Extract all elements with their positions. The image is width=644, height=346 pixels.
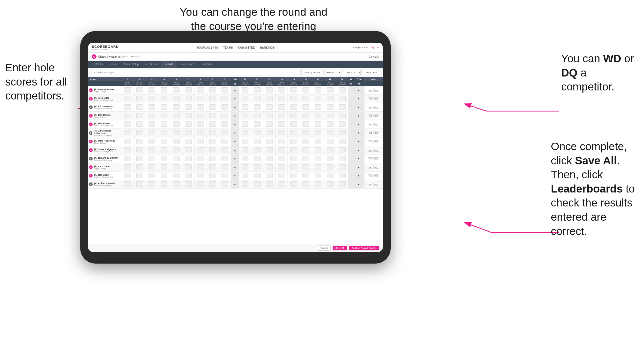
score-h13-player-11[interactable] <box>275 180 287 189</box>
score-h4-player-1[interactable] <box>158 95 170 103</box>
score-h12-player-2[interactable] <box>263 103 276 112</box>
score-h10-player-1[interactable] <box>239 95 251 103</box>
score-h10-player-0[interactable] <box>239 86 251 95</box>
score-h2-player-4[interactable] <box>134 120 146 129</box>
score-h12-player-7[interactable] <box>263 146 276 155</box>
score-h17-player-6[interactable] <box>324 137 336 146</box>
score-h6-player-0[interactable] <box>182 86 195 95</box>
dq-button-6[interactable]: DQ <box>374 140 380 143</box>
score-h14-player-7[interactable] <box>287 146 300 155</box>
score-h16-player-7[interactable] <box>312 146 324 155</box>
score-h10-player-3[interactable] <box>239 112 251 120</box>
score-h9-player-11[interactable] <box>219 180 231 189</box>
score-h2-player-7[interactable] <box>134 146 146 155</box>
score-h18-player-11[interactable] <box>336 180 348 189</box>
score-h15-player-5[interactable] <box>300 129 312 137</box>
score-h10-player-8[interactable] <box>239 155 251 163</box>
score-h5-player-8[interactable] <box>170 155 182 163</box>
score-h9-player-10[interactable] <box>219 172 231 180</box>
score-h13-player-9[interactable] <box>275 163 287 172</box>
score-h1-player-10[interactable] <box>122 172 134 180</box>
score-h12-player-8[interactable] <box>263 155 276 163</box>
score-h10-player-9[interactable] <box>239 163 251 172</box>
score-h5-player-0[interactable] <box>170 86 182 95</box>
score-h6-player-3[interactable] <box>182 112 195 120</box>
score-h17-player-2[interactable] <box>324 103 336 112</box>
score-h5-player-6[interactable] <box>170 137 182 146</box>
score-h4-player-10[interactable] <box>158 172 170 180</box>
score-h1-player-0[interactable] <box>122 86 134 95</box>
score-h11-player-11[interactable] <box>251 180 263 189</box>
score-h10-player-4[interactable] <box>239 120 251 129</box>
score-h7-player-11[interactable] <box>195 180 207 189</box>
score-h7-player-10[interactable] <box>195 172 207 180</box>
score-h8-player-0[interactable] <box>207 86 219 95</box>
score-h18-player-1[interactable] <box>336 95 348 103</box>
score-h17-player-10[interactable] <box>324 172 336 180</box>
score-h7-player-0[interactable] <box>195 86 207 95</box>
course-select[interactable]: Course A <box>343 70 361 75</box>
score-h5-player-7[interactable] <box>170 146 182 155</box>
dq-button-8[interactable]: DQ <box>374 157 380 160</box>
score-h3-player-1[interactable] <box>146 95 158 103</box>
dq-button-11[interactable]: DQ <box>374 183 380 186</box>
score-h15-player-7[interactable] <box>300 146 312 155</box>
score-h14-player-8[interactable] <box>287 155 300 163</box>
score-h2-player-11[interactable] <box>134 180 146 189</box>
score-h9-player-6[interactable] <box>219 137 231 146</box>
tab-leaderboards[interactable]: Leaderboards <box>176 61 198 68</box>
footer-save-button[interactable]: Save All <box>333 246 347 250</box>
dq-button-9[interactable]: DQ <box>374 166 380 169</box>
score-h5-player-5[interactable] <box>170 129 182 137</box>
score-h16-player-6[interactable] <box>312 137 324 146</box>
score-h12-player-1[interactable] <box>263 95 276 103</box>
score-h16-player-3[interactable] <box>312 112 324 120</box>
score-h2-player-2[interactable] <box>134 103 146 112</box>
score-h14-player-3[interactable] <box>287 112 300 120</box>
score-h17-player-1[interactable] <box>324 95 336 103</box>
score-h11-player-7[interactable] <box>251 146 263 155</box>
nav-rankings[interactable]: RANKINGS <box>260 46 275 49</box>
score-h8-player-2[interactable] <box>207 103 219 112</box>
score-h16-player-11[interactable] <box>312 180 324 189</box>
score-h13-player-8[interactable] <box>275 155 287 163</box>
dq-button-5[interactable]: DQ <box>374 132 380 134</box>
score-h12-player-4[interactable] <box>263 120 276 129</box>
score-h8-player-4[interactable] <box>207 120 219 129</box>
score-h6-player-6[interactable] <box>182 137 195 146</box>
score-h4-player-6[interactable] <box>158 137 170 146</box>
score-h5-player-10[interactable] <box>170 172 182 180</box>
score-h11-player-5[interactable] <box>251 129 263 137</box>
score-h9-player-9[interactable] <box>219 163 231 172</box>
score-h18-player-7[interactable] <box>336 146 348 155</box>
wd-button-1[interactable]: WD <box>368 97 374 100</box>
score-h12-player-10[interactable] <box>263 172 276 180</box>
dq-button-10[interactable]: DQ <box>374 174 380 177</box>
score-h17-player-11[interactable] <box>324 180 336 189</box>
score-h4-player-8[interactable] <box>158 155 170 163</box>
score-h18-player-0[interactable] <box>336 86 348 95</box>
score-h16-player-8[interactable] <box>312 155 324 163</box>
score-h16-player-1[interactable] <box>312 95 324 103</box>
score-h7-player-9[interactable] <box>195 163 207 172</box>
score-h18-player-9[interactable] <box>336 163 348 172</box>
footer-publish-button[interactable]: Publish Round Scores <box>349 246 379 250</box>
score-h15-player-9[interactable] <box>300 163 312 172</box>
score-h18-player-2[interactable] <box>336 103 348 112</box>
score-h16-player-5[interactable] <box>312 129 324 137</box>
score-h1-player-6[interactable] <box>122 137 134 146</box>
score-h8-player-1[interactable] <box>207 95 219 103</box>
score-h6-player-7[interactable] <box>182 146 195 155</box>
wd-button-7[interactable]: WD <box>368 149 374 152</box>
score-h4-player-7[interactable] <box>158 146 170 155</box>
tab-course-setup[interactable]: Course Setup <box>120 61 142 68</box>
wd-button-5[interactable]: WD <box>368 132 374 134</box>
score-h11-player-0[interactable] <box>251 86 263 95</box>
score-h3-player-10[interactable] <box>146 172 158 180</box>
score-h1-player-7[interactable] <box>122 146 134 155</box>
score-h15-player-0[interactable] <box>300 86 312 95</box>
score-h5-player-2[interactable] <box>170 103 182 112</box>
score-h7-player-2[interactable] <box>195 103 207 112</box>
wd-button-0[interactable]: WD <box>368 89 374 92</box>
nav-tournaments[interactable]: TOURNAMENTS <box>197 46 218 49</box>
